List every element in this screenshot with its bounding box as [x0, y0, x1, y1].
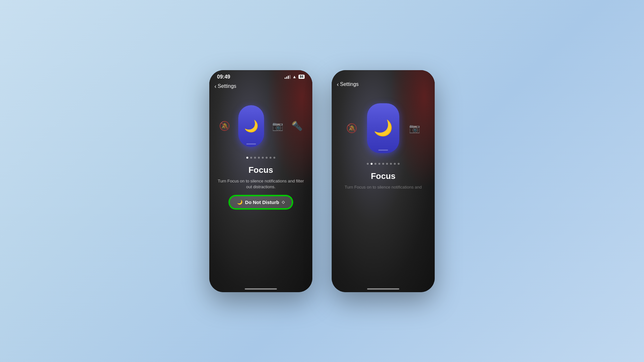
camera-icon-right: 📷	[409, 123, 420, 134]
bell-muted-icon-right: 🔕	[346, 123, 357, 134]
focus-desc-right: Turn Focus on to silence notifications a…	[339, 184, 427, 190]
bell-muted-icon-left: 🔕	[219, 121, 230, 131]
back-label-left: Settings	[218, 83, 236, 89]
phone-right: ‹ Settings 🔕 🌙 📷 Focus Turn Focus	[332, 70, 435, 292]
flashlight-icon-left: 🔦	[291, 121, 303, 131]
back-arrow-left[interactable]: ‹	[214, 83, 216, 90]
lock-icons-left: 🔕 🌙 📷 🔦	[209, 105, 312, 147]
back-label-right: Settings	[340, 81, 359, 87]
home-indicator-left	[245, 288, 277, 290]
back-nav-right[interactable]: ‹ Settings	[332, 80, 435, 90]
dnd-label-left: Do Not Disturb	[245, 200, 279, 205]
focus-pill-left[interactable]: 🌙	[238, 105, 264, 147]
focus-title-right: Focus	[339, 171, 427, 181]
status-bar-right	[332, 70, 435, 80]
home-indicator-right	[367, 288, 399, 290]
focus-section-right: Focus Turn Focus on to silence notificat…	[332, 165, 435, 190]
back-arrow-right[interactable]: ‹	[337, 81, 339, 88]
time-left: 09:49	[217, 74, 230, 80]
battery-left: 84	[298, 75, 305, 79]
status-bar-left: 09:49 ▲ 84	[209, 70, 312, 82]
focus-title-left: Focus	[217, 165, 305, 175]
moon-icon-right: 🌙	[374, 119, 393, 137]
back-nav-left[interactable]: ‹ Settings	[209, 82, 312, 92]
focus-section-left: Focus Turn Focus on to silence notificat…	[209, 159, 312, 190]
dnd-chevron-icon-left: ◇	[282, 200, 285, 204]
focus-desc-left: Turn Focus on to silence notifications a…	[217, 178, 305, 190]
moon-icon-left: 🌙	[244, 119, 259, 133]
phone-left: 09:49 ▲ 84 ‹ Settings 🔕 🌙 📷	[209, 70, 312, 292]
wifi-icon-left: ▲	[292, 74, 297, 79]
lock-icons-right: 🔕 🌙 📷	[332, 103, 435, 153]
camera-icon-left: 📷	[272, 121, 283, 131]
dnd-button-left[interactable]: 🌙 Do Not Disturb ◇	[229, 196, 292, 209]
focus-pill-right[interactable]: 🌙	[367, 103, 399, 153]
signal-icon-left	[285, 75, 290, 79]
status-icons-left: ▲ 84	[285, 74, 305, 79]
dnd-moon-icon-left: 🌙	[237, 200, 242, 205]
